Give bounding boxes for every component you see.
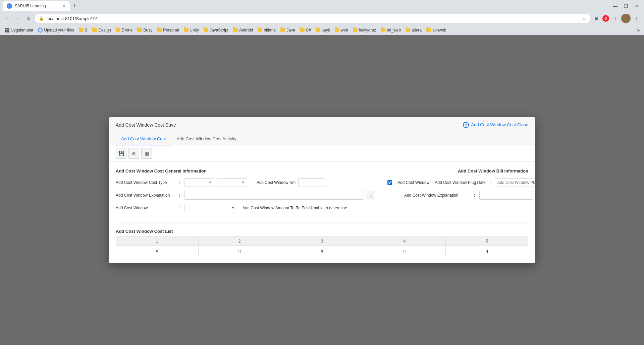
browser-frame: S SAPUI5 Learning ✕ + — ❐ ✕ ← → ↻ 🔒 loca… — [0, 0, 644, 35]
plug-date-row: Add Cost Window Add Cost Window Plug Dat… — [387, 178, 528, 187]
bookmark-java[interactable]: Java — [278, 26, 297, 34]
tab-close-button[interactable]: ✕ — [62, 4, 66, 8]
bookmark-bitirme[interactable]: bitirme — [256, 26, 278, 34]
bookmark-csharp[interactable]: C# — [298, 26, 313, 34]
profile-avatar[interactable] — [621, 14, 631, 23]
tab-cost[interactable]: Add Cost Window Cost — [116, 133, 171, 145]
bookmark-sonweb[interactable]: sonweb — [424, 26, 448, 34]
modal-close-label: Add Cost Window Cost Close — [471, 122, 528, 127]
cost-type-row: Add Cost Window Cost Type : ▼ ▼ Add Cost… — [116, 178, 374, 187]
modal-dialog: Add Cost Window Cost Save ✕ Add Cost Win… — [109, 117, 535, 263]
reload-button[interactable]: ↻ — [24, 14, 34, 23]
apps-button[interactable]: Uygulamalar — [3, 26, 35, 34]
bookmark-kayit[interactable]: kayit — [314, 26, 332, 34]
apps-label: Uygulamalar — [11, 28, 33, 32]
bookmark-label: bakiyoruz — [359, 28, 376, 32]
col-header-4: 4 — [363, 236, 446, 246]
explanation-row: Add Cost Window Explanation : ⬚ — [116, 191, 374, 200]
cancel-toolbar-button[interactable]: ⊗ — [128, 148, 139, 159]
chevron-down-icon: ▼ — [241, 181, 245, 184]
cost-type-select-2[interactable]: ▼ — [217, 178, 247, 187]
form-left: Add Cost Window Cost General Information… — [116, 168, 374, 216]
bookmark-bakiyoruz[interactable]: bakiyoruz — [351, 26, 378, 34]
bookmark-unity[interactable]: Unity — [182, 26, 201, 34]
cost-type-select-1[interactable]: ▼ — [184, 178, 214, 187]
browser-tab[interactable]: S SAPUI5 Learning ✕ — [3, 1, 70, 11]
date-input-wrapper: 📅 — [495, 178, 535, 187]
table-cell: q — [198, 246, 281, 256]
table-header-row: 1 2 3 4 5 — [116, 236, 528, 246]
security-icon: 🔒 — [39, 16, 44, 21]
colon-4: : — [490, 180, 491, 185]
km-input[interactable] — [298, 178, 325, 187]
checkbox-label: Add Cost Window — [397, 180, 429, 185]
folder-icon — [406, 28, 410, 32]
modal-close-button[interactable]: ✕ Add Cost Window Cost Close — [463, 122, 528, 128]
bookmark-upload-files[interactable]: Upload your files — [36, 26, 76, 34]
folder-icon — [79, 28, 84, 32]
modal-header: Add Cost Window Cost Save ✕ Add Cost Win… — [109, 117, 535, 133]
table-cell: q — [281, 246, 363, 256]
maximize-button[interactable]: ❐ — [621, 1, 631, 11]
bookmark-c[interactable]: C — [77, 26, 90, 34]
bookmark-design[interactable]: Design — [90, 26, 113, 34]
folder-icon — [92, 28, 97, 32]
tab-cost-activity[interactable]: Add Cost Window Cost Activity — [171, 133, 242, 145]
folder-icon — [316, 28, 320, 32]
amount-input[interactable] — [184, 204, 204, 212]
translate-button[interactable]: T — [610, 14, 620, 23]
close-button[interactable]: ✕ — [632, 1, 641, 11]
form-right: Add Cost Window Bill Information Add Cos… — [387, 168, 528, 216]
checkbox-input[interactable] — [387, 180, 392, 185]
opera-icon: O — [602, 15, 609, 22]
bookmark-star-icon[interactable]: ☆ — [582, 16, 586, 21]
folder-icon — [280, 28, 285, 32]
table-row: qqqqq — [116, 246, 528, 256]
bookmark-busy[interactable]: Busy — [135, 26, 154, 34]
bookmark-javascript[interactable]: JavaScript — [202, 26, 230, 34]
bill-explanation-label: Add Cost Window Explanation — [404, 193, 471, 198]
address-bar[interactable]: 🔒 localhost:8101/Sample19/ ☆ — [35, 14, 590, 23]
tab-cost-label: Add Cost Window Cost — [121, 136, 166, 141]
plug-date-input[interactable] — [495, 178, 535, 187]
bookmark-label: kayit — [322, 28, 330, 32]
menu-button[interactable]: ⋮ — [632, 14, 641, 23]
folder-icon — [258, 28, 262, 32]
colon-3: : — [179, 205, 180, 210]
bookmarks-more-button[interactable]: » — [636, 27, 641, 33]
explanation-input[interactable] — [184, 191, 364, 200]
expand-button[interactable]: ⬚ — [367, 192, 374, 199]
main-content: Add Cost Window Cost Save ✕ Add Cost Win… — [0, 35, 644, 345]
save-toolbar-button[interactable]: 💾 — [116, 148, 126, 159]
folder-icon — [157, 28, 162, 32]
bookmark-altera[interactable]: altera — [404, 26, 424, 34]
new-tab-button[interactable]: + — [70, 1, 79, 11]
extensions-button[interactable]: ⚙ — [592, 14, 601, 23]
forward-button[interactable]: → — [13, 14, 23, 23]
amount-row: Add Cost Window... : ▼ Add Cost Window A… — [116, 204, 374, 212]
bill-explanation-input[interactable] — [479, 191, 533, 200]
bookmark-personal[interactable]: Personal — [155, 26, 181, 34]
modal-body: Add Cost Window Cost General Information… — [109, 162, 535, 263]
amount-label: Add Cost Window... — [116, 206, 176, 210]
folder-icon — [381, 28, 385, 32]
bookmark-label: bd_web — [387, 28, 401, 32]
col-header-3: 3 — [281, 236, 363, 246]
bookmark-web[interactable]: web — [333, 26, 350, 34]
tab-cost-activity-label: Add Cost Window Cost Activity — [177, 136, 236, 141]
chevron-down-icon: ▼ — [231, 206, 235, 210]
amount-select[interactable]: ▼ — [207, 204, 237, 212]
url-text: localhost:8101/Sample19/ — [47, 16, 579, 21]
table-toolbar-button[interactable]: ▦ — [141, 148, 152, 159]
bookmark-label: web — [341, 28, 348, 32]
bookmark-drone[interactable]: Drone — [114, 26, 135, 34]
km-label: Add Cost Window Km — [257, 180, 296, 185]
bookmark-android[interactable]: Android — [231, 26, 255, 34]
minimize-button[interactable]: — — [610, 1, 620, 11]
back-button[interactable]: ← — [3, 14, 12, 23]
col-header-2: 2 — [198, 236, 281, 246]
table-icon: ▦ — [145, 151, 149, 156]
bookmark-bdweb[interactable]: bd_web — [379, 26, 403, 34]
plug-date-label: Add Cost Window Plug Date — [435, 180, 485, 185]
cost-list-title: Add Cost Window Cost List — [116, 229, 528, 234]
